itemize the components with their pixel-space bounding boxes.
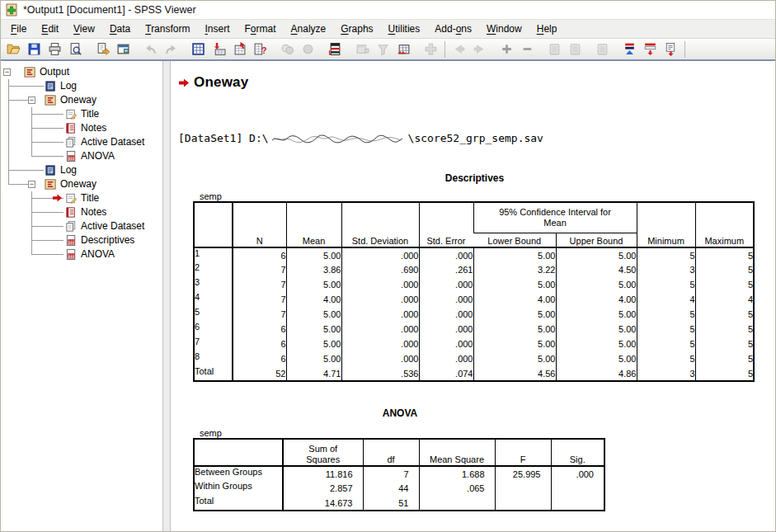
insert-text-icon[interactable] xyxy=(661,40,680,59)
tree-item-label: Oneway xyxy=(60,178,96,190)
goto-variable-icon[interactable] xyxy=(230,40,249,59)
goto-case-icon[interactable] xyxy=(209,40,228,59)
tree-item-label: Notes xyxy=(81,122,106,134)
tree-item-log[interactable]: Log xyxy=(1,79,162,93)
find-icon[interactable] xyxy=(278,40,297,59)
column-header: Std. Deviation xyxy=(341,202,419,247)
show-output-icon[interactable] xyxy=(545,40,564,59)
cell: .261 xyxy=(419,262,473,277)
tree-item-descriptives[interactable]: Descriptives xyxy=(1,233,162,247)
menu-edit[interactable]: Edit xyxy=(34,21,66,37)
cell: 5 xyxy=(637,351,695,366)
tree-item-oneway[interactable]: −Oneway xyxy=(1,93,162,107)
goto-data-icon[interactable] xyxy=(189,40,208,59)
cell: 5 xyxy=(695,351,754,366)
tree-item-oneway[interactable]: −Oneway xyxy=(1,177,162,191)
variables-icon[interactable]: ? xyxy=(251,40,270,59)
promote-outline-icon[interactable] xyxy=(449,40,468,59)
print-icon[interactable] xyxy=(45,40,64,59)
row-label: 2 xyxy=(194,262,233,277)
menu-analyze[interactable]: Analyze xyxy=(284,21,334,37)
cell: .000 xyxy=(419,247,473,262)
undo-icon[interactable] xyxy=(141,40,160,59)
export-output-icon[interactable] xyxy=(93,40,112,59)
descriptives-row: 665.00.000.0005.005.0055 xyxy=(194,322,754,337)
cell: 5.00 xyxy=(473,277,556,292)
menu-utilities[interactable]: Utilities xyxy=(381,21,428,37)
dataset-prefix: [DataSet1] D:\ xyxy=(178,132,269,144)
row-label: Within Groups xyxy=(194,481,283,496)
row-label: Between Groups xyxy=(194,466,283,481)
title-icon xyxy=(65,192,78,205)
tree-item-anova[interactable]: ANOVA xyxy=(1,149,162,163)
collapse-outline-icon[interactable] xyxy=(518,40,537,59)
menu-view[interactable]: View xyxy=(66,21,102,37)
designate-window-icon[interactable] xyxy=(374,40,393,59)
demote-outline-icon[interactable] xyxy=(470,40,489,59)
insert-chart-icon[interactable] xyxy=(421,40,440,59)
cell: 4 xyxy=(695,292,754,307)
menu-transform[interactable]: Transform xyxy=(138,21,197,37)
cell: .074 xyxy=(419,366,473,381)
insert-pivot-icon[interactable] xyxy=(394,40,413,59)
print-preview-icon[interactable] xyxy=(66,40,85,59)
hide-output-icon[interactable] xyxy=(566,40,585,59)
pane-splitter[interactable] xyxy=(162,61,171,532)
cell: 6 xyxy=(233,247,286,262)
tree-expander[interactable]: − xyxy=(28,97,35,104)
tree-item-notes[interactable]: Notes xyxy=(1,205,162,219)
row-label: Total xyxy=(194,496,283,511)
tree-item-notes[interactable]: Notes xyxy=(1,121,162,135)
cell xyxy=(419,496,495,511)
cell: 5.00 xyxy=(556,337,637,351)
cell: 5 xyxy=(637,277,695,292)
cell: 6 xyxy=(233,337,286,351)
menu-graphs[interactable]: Graphs xyxy=(333,21,380,37)
menu-data[interactable]: Data xyxy=(102,21,138,37)
expand-outline-icon[interactable] xyxy=(497,40,516,59)
redo-icon[interactable] xyxy=(162,40,181,59)
cell: 5.00 xyxy=(473,337,556,351)
menu-help[interactable]: Help xyxy=(529,21,565,37)
menu-insert[interactable]: Insert xyxy=(197,21,237,37)
menu-window[interactable]: Window xyxy=(479,21,529,37)
cell: 3.86 xyxy=(286,262,341,277)
descriptives-row: 765.00.000.0005.005.0055 xyxy=(194,337,754,351)
toolbar: ? xyxy=(1,38,775,61)
descriptives-table[interactable]: NMeanStd. DeviationStd. Error95% Confide… xyxy=(193,201,755,382)
insert-heading-icon[interactable] xyxy=(641,40,660,59)
tree-item-active-dataset[interactable]: Active Dataset xyxy=(1,219,162,233)
tree-expander[interactable]: − xyxy=(28,181,35,188)
dialog-recall-icon[interactable] xyxy=(114,40,133,59)
corner-cell xyxy=(194,439,283,466)
cell: 7 xyxy=(233,277,286,292)
tree-item-title[interactable]: Title xyxy=(1,191,162,205)
cell: 4.50 xyxy=(556,262,637,277)
menu-addons[interactable]: Add-ons xyxy=(427,21,479,37)
tree-item-anova[interactable]: ANOVA xyxy=(1,247,162,261)
dataset-icon xyxy=(65,136,78,148)
cell: 1.688 xyxy=(419,466,495,481)
tree-expander[interactable]: − xyxy=(3,68,11,76)
dataset-icon xyxy=(65,220,78,233)
collapse-all-icon[interactable] xyxy=(620,40,639,59)
tree-item-output[interactable]: −Output xyxy=(1,65,162,79)
cell: .000 xyxy=(419,351,473,366)
tree-item-title[interactable]: Title xyxy=(1,107,162,121)
show-all-icon[interactable] xyxy=(593,40,612,59)
open-file-icon[interactable] xyxy=(4,40,23,59)
column-header: Maximum xyxy=(695,202,754,247)
column-header: Minimum xyxy=(637,202,695,247)
select-last-output-icon[interactable] xyxy=(353,40,372,59)
tree-item-log[interactable]: Log xyxy=(1,163,162,177)
save-file-icon[interactable] xyxy=(25,40,44,59)
column-header: Std. Error xyxy=(419,202,473,247)
use-sets-icon[interactable] xyxy=(326,40,345,59)
tree-item-active-dataset[interactable]: Active Dataset xyxy=(1,135,162,149)
column-header: Lower Bound xyxy=(473,233,556,247)
column-header: Mean xyxy=(286,202,341,247)
find-next-icon[interactable] xyxy=(299,40,317,59)
anova-table[interactable]: Sum of SquaresdfMean SquareFSig.Between … xyxy=(193,438,605,511)
menu-file[interactable]: File xyxy=(3,21,34,37)
menu-format[interactable]: Format xyxy=(238,21,284,37)
